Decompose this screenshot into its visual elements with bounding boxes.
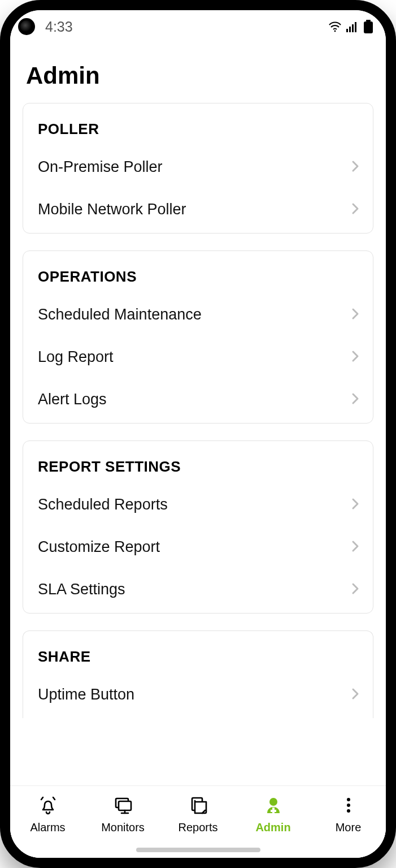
signal-icon [346, 21, 359, 32]
chevron-right-icon [350, 539, 360, 555]
tab-label: Alarms [30, 821, 65, 834]
tab-more[interactable]: More [311, 786, 386, 834]
home-indicator[interactable] [136, 848, 260, 852]
svg-point-17 [347, 809, 350, 813]
section-report-settings: REPORT SETTINGS Scheduled Reports Custom… [23, 441, 373, 614]
chevron-right-icon [350, 392, 360, 408]
row-log-report[interactable]: Log Report [23, 336, 373, 378]
section-poller: POLLER On-Premise Poller Mobile Network … [23, 103, 373, 234]
svg-rect-6 [364, 21, 373, 33]
section-header-report-settings: REPORT SETTINGS [23, 441, 373, 483]
row-label: Scheduled Reports [38, 496, 350, 513]
svg-point-12 [269, 798, 277, 806]
row-scheduled-maintenance[interactable]: Scheduled Maintenance [23, 293, 373, 336]
chevron-right-icon [350, 349, 360, 365]
bell-icon [37, 794, 59, 817]
status-bar: 4:33 [10, 10, 386, 43]
svg-rect-14 [271, 810, 276, 812]
camera-punch-hole [18, 18, 35, 35]
chevron-right-icon [350, 307, 360, 323]
wifi-icon [328, 21, 342, 32]
tab-label: More [336, 821, 362, 834]
more-icon [337, 794, 360, 817]
admin-icon [262, 794, 285, 817]
chevron-right-icon [350, 582, 360, 598]
row-sla-settings[interactable]: SLA Settings [23, 568, 373, 613]
row-mobile-network-poller[interactable]: Mobile Network Poller [23, 188, 373, 233]
device-frame: 4:33 [0, 0, 396, 868]
tab-label: Monitors [101, 821, 145, 834]
row-alert-logs[interactable]: Alert Logs [23, 378, 373, 423]
tab-label: Reports [178, 821, 217, 834]
row-label: Mobile Network Poller [38, 201, 350, 218]
reports-icon [187, 794, 210, 817]
page-title: Admin [26, 62, 369, 89]
battery-icon [363, 20, 373, 33]
chevron-right-icon [350, 497, 360, 513]
row-customize-report[interactable]: Customize Report [23, 526, 373, 568]
row-label: Alert Logs [38, 391, 350, 408]
page-header: Admin [10, 43, 386, 103]
svg-point-15 [347, 798, 350, 801]
svg-rect-8 [119, 801, 131, 810]
row-on-premise-poller[interactable]: On-Premise Poller [23, 146, 373, 188]
section-header-operations: OPERATIONS [23, 251, 373, 293]
row-label: Log Report [38, 348, 350, 366]
svg-rect-2 [349, 27, 351, 32]
tab-bar: Alarms Monitors [10, 785, 386, 858]
section-header-poller: POLLER [23, 103, 373, 146]
tab-alarms[interactable]: Alarms [10, 786, 85, 834]
chevron-right-icon [350, 159, 360, 175]
tab-label: Admin [255, 821, 290, 834]
chevron-right-icon [350, 202, 360, 218]
screen: 4:33 [10, 10, 386, 858]
svg-rect-3 [352, 24, 354, 32]
tab-reports[interactable]: Reports [160, 786, 236, 834]
chevron-right-icon [350, 687, 360, 703]
svg-rect-5 [366, 20, 371, 21]
row-scheduled-reports[interactable]: Scheduled Reports [23, 483, 373, 526]
row-label: On-Premise Poller [38, 158, 350, 176]
monitor-icon [112, 794, 134, 817]
row-uptime-button[interactable]: Uptime Button [23, 673, 373, 718]
status-icons [328, 20, 373, 33]
row-label: Customize Report [38, 538, 350, 556]
svg-rect-4 [355, 22, 356, 32]
tab-monitors[interactable]: Monitors [85, 786, 160, 834]
section-share: SHARE Uptime Button [23, 631, 373, 718]
svg-rect-1 [346, 29, 348, 32]
row-label: Uptime Button [38, 686, 350, 703]
section-header-share: SHARE [23, 631, 373, 673]
tab-admin[interactable]: Admin [236, 786, 311, 834]
status-time: 4:33 [45, 19, 73, 35]
row-label: Scheduled Maintenance [38, 306, 350, 323]
section-operations: OPERATIONS Scheduled Maintenance Log Rep… [23, 251, 373, 424]
row-label: SLA Settings [38, 581, 350, 598]
svg-point-0 [334, 31, 336, 32]
content-scroll[interactable]: POLLER On-Premise Poller Mobile Network … [10, 103, 386, 785]
svg-point-16 [347, 804, 350, 807]
